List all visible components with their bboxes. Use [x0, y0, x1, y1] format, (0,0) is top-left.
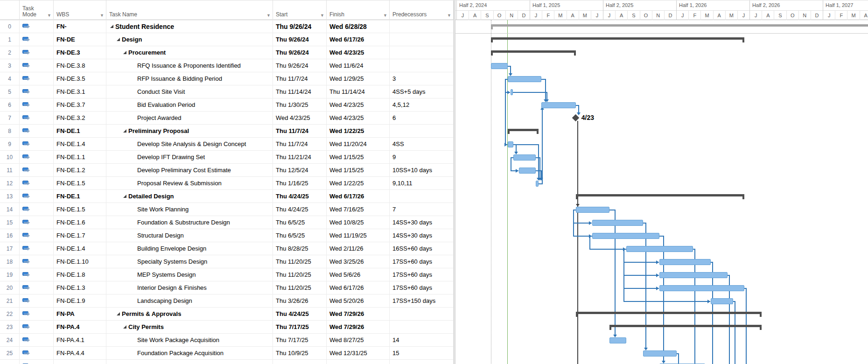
cell-pred[interactable]: 17SS+150 days	[390, 294, 454, 307]
task-bar[interactable]	[659, 285, 744, 291]
row-number[interactable]: 21	[0, 294, 20, 307]
cell-start[interactable]: Thu 11/7/24	[273, 125, 327, 137]
cell-pred[interactable]: 7	[390, 203, 454, 216]
cell-wbs[interactable]: FN-DE.1.7	[54, 229, 106, 242]
cell-wbs[interactable]: FN-DE.1.8	[54, 268, 106, 281]
cell-task-name[interactable]: RFP Issuance & Bidding Period	[106, 72, 273, 85]
row-number[interactable]: 22	[0, 308, 20, 320]
row-number[interactable]: 4	[0, 72, 20, 85]
cell-finish[interactable]: Wed 5/20/26	[327, 294, 390, 307]
cell-task-name[interactable]: Permits & Approvals	[106, 308, 273, 320]
task-bar[interactable]	[711, 298, 733, 304]
cell-start[interactable]: Thu 11/20/25	[273, 281, 327, 294]
column-header-name[interactable]: Task Name▼	[106, 0, 273, 20]
cell-task-mode[interactable]	[20, 125, 54, 137]
task-bar[interactable]	[519, 168, 536, 174]
cell-pred[interactable]: 15	[390, 347, 454, 359]
cell-pred[interactable]: 17SS+60 days	[390, 255, 454, 268]
cell-pred[interactable]: 9,10,11	[390, 177, 454, 189]
cell-pred[interactable]: 4,5,12	[390, 98, 454, 111]
cell-wbs[interactable]: FN-DE.1.4	[54, 138, 106, 150]
table-row[interactable]: 10FN-DE.1.1Develop IFT Drawing SetThu 11…	[0, 151, 454, 164]
filter-arrow-icon[interactable]: ▼	[100, 13, 104, 18]
cell-wbs[interactable]: FN-DE.1	[54, 190, 106, 203]
cell-task-mode[interactable]	[20, 177, 54, 189]
cell-task-name[interactable]: Structural Design	[106, 229, 273, 242]
cell-pred[interactable]: 14SS+30 days	[390, 229, 454, 242]
cell-finish[interactable]: Wed 5/6/26	[327, 268, 390, 281]
cell-task-mode[interactable]	[20, 216, 54, 229]
cell-wbs[interactable]: FN-PA.4.4	[54, 347, 106, 359]
cell-task-mode[interactable]	[20, 46, 54, 59]
cell-finish[interactable]: Wed 7/29/26	[327, 321, 390, 333]
cell-finish[interactable]: Wed 3/11/26	[327, 360, 390, 364]
milestone-diamond[interactable]	[572, 114, 579, 122]
cell-task-mode[interactable]	[20, 255, 54, 268]
cell-wbs[interactable]: FN-DE.1.3	[54, 281, 106, 294]
collapse-triangle-icon[interactable]	[123, 195, 126, 198]
cell-start[interactable]: Wed 4/23/25	[273, 112, 327, 124]
cell-start[interactable]: Thu 11/20/25	[273, 268, 327, 281]
collapse-triangle-icon[interactable]	[117, 312, 120, 315]
cell-start[interactable]: Thu 9/26/24	[273, 59, 327, 72]
cell-task-name[interactable]: Design	[106, 33, 273, 46]
cell-pred[interactable]	[390, 46, 454, 59]
task-bar[interactable]	[491, 63, 508, 69]
collapse-triangle-icon[interactable]	[117, 38, 120, 41]
table-row[interactable]: 9FN-DE.1.4Develop Site Analysis & Design…	[0, 138, 454, 151]
cell-finish[interactable]: Wed 11/19/25	[327, 229, 390, 242]
cell-task-mode[interactable]	[20, 164, 54, 176]
cell-pred[interactable]	[390, 20, 454, 33]
cell-start[interactable]: Thu 4/24/25	[273, 190, 327, 203]
table-row[interactable]: 0FN-Student ResidenceThu 9/26/24Wed 6/28…	[0, 20, 454, 33]
cell-wbs[interactable]: FN-DE.1	[54, 125, 106, 137]
row-number[interactable]: 14	[0, 203, 20, 216]
row-number[interactable]: 9	[0, 138, 20, 150]
table-row[interactable]: 19FN-DE.1.8MEP Systems DesignThu 11/20/2…	[0, 268, 454, 281]
table-row[interactable]: 26FN-PA.4.5Structural Package Acquisitio…	[0, 360, 454, 364]
cell-wbs[interactable]: FN-	[54, 20, 106, 33]
row-number[interactable]: 25	[0, 347, 20, 359]
summary-bar[interactable]	[508, 129, 539, 131]
row-number[interactable]: 5	[0, 85, 20, 98]
cell-finish[interactable]: Wed 6/17/26	[327, 190, 390, 203]
cell-pred[interactable]: 3	[390, 72, 454, 85]
cell-pred[interactable]: 4SS+5 days	[390, 85, 454, 98]
cell-start[interactable]: Thu 9/26/24	[273, 33, 327, 46]
project-summary-bar[interactable]	[491, 24, 868, 27]
cell-task-mode[interactable]	[20, 360, 54, 364]
cell-finish[interactable]: Wed 7/29/26	[327, 308, 390, 320]
table-row[interactable]: 17FN-DE.1.4Building Envelope DesignThu 8…	[0, 242, 454, 255]
task-bar[interactable]	[592, 233, 659, 239]
cell-wbs[interactable]: FN-DE.1.1	[54, 151, 106, 163]
summary-bar[interactable]	[491, 37, 744, 40]
cell-finish[interactable]: Wed 1/22/25	[327, 177, 390, 189]
cell-task-name[interactable]: Develop Preliminary Cost Estimate	[106, 164, 273, 176]
cell-start[interactable]: Thu 4/24/25	[273, 308, 327, 320]
row-number[interactable]: 12	[0, 177, 20, 189]
cell-task-name[interactable]: Student Residence	[106, 20, 273, 33]
task-bar[interactable]	[626, 246, 693, 252]
table-row[interactable]: 6FN-DE.3.7Bid Evaluation PeriodThu 1/30/…	[0, 98, 454, 112]
cell-finish[interactable]: Wed 6/17/26	[327, 281, 390, 294]
summary-bar[interactable]	[609, 325, 762, 327]
cell-finish[interactable]: Wed 4/23/25	[327, 112, 390, 124]
table-row[interactable]: 21FN-DE.1.9Landscaping DesignThu 3/26/26…	[0, 294, 454, 308]
cell-start[interactable]: Thu 1/30/25	[273, 98, 327, 111]
cell-task-name[interactable]: Procurement	[106, 46, 273, 59]
cell-pred[interactable]: 17SS+60 days	[390, 281, 454, 294]
cell-task-name[interactable]: Building Envelope Design	[106, 242, 273, 255]
column-header-wbs[interactable]: WBS▼	[54, 0, 106, 20]
cell-wbs[interactable]: FN-DE.1.2	[54, 164, 106, 176]
cell-task-name[interactable]: Landscaping Design	[106, 294, 273, 307]
cell-pred[interactable]	[390, 59, 454, 72]
cell-task-mode[interactable]	[20, 98, 54, 111]
row-number[interactable]: 18	[0, 255, 20, 268]
cell-task-mode[interactable]	[20, 268, 54, 281]
cell-pred[interactable]	[390, 321, 454, 333]
cell-task-mode[interactable]	[20, 321, 54, 333]
cell-task-name[interactable]: Bid Evaluation Period	[106, 98, 273, 111]
cell-start[interactable]: Thu 9/26/24	[273, 20, 327, 33]
task-bar[interactable]	[609, 337, 626, 343]
cell-task-name[interactable]: Develop Site Analysis & Design Concept	[106, 138, 273, 150]
